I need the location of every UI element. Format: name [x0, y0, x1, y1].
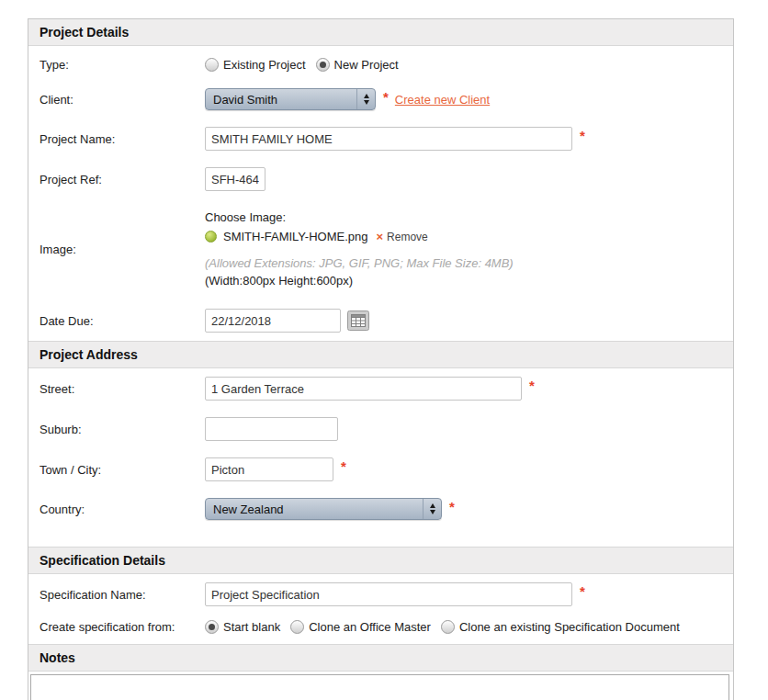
section-title: Notes [40, 650, 75, 665]
client-label: Client: [40, 93, 205, 107]
required-asterisk: * [383, 88, 389, 104]
radio-icon [290, 620, 304, 634]
remove-label: Remove [387, 231, 428, 243]
radio-selected-icon [316, 58, 330, 72]
section-title: Project Details [40, 25, 129, 40]
row-town-city: Town / City: * [28, 449, 733, 490]
project-ref-input[interactable] [205, 167, 265, 191]
create-new-client-link[interactable]: Create new Client [395, 93, 490, 107]
client-select[interactable]: David Smith [205, 88, 376, 110]
row-create-specification-from: Create specification from: Start blank C… [28, 615, 733, 644]
project-ref-label: Project Ref: [40, 173, 205, 186]
arrow-down-icon [364, 100, 369, 105]
radio-clone-office-master[interactable]: Clone an Office Master [290, 620, 431, 634]
create-from-radio-group: Start blank Clone an Office Master Clone… [205, 620, 680, 634]
section-header-specification-details: Specification Details [28, 547, 733, 574]
section-header-project-details: Project Details [28, 19, 733, 46]
radio-selected-icon [205, 620, 219, 634]
radio-start-blank[interactable]: Start blank [205, 620, 280, 634]
town-city-label: Town / City: [40, 463, 205, 477]
required-asterisk: * [449, 498, 455, 514]
arrow-down-icon [430, 510, 435, 514]
section-title: Project Address [40, 347, 138, 362]
country-select-value: New Zealand [213, 502, 417, 516]
date-due-input[interactable] [205, 309, 341, 333]
arrow-up-icon [430, 503, 435, 508]
row-project-ref: Project Ref: [28, 159, 733, 199]
suburb-label: Suburb: [40, 423, 205, 436]
row-type: Type: Existing Project New Project [28, 46, 733, 80]
radio-clone-existing-spec[interactable]: Clone an existing Specification Document [441, 620, 680, 634]
specification-name-input[interactable] [205, 582, 572, 606]
file-status-icon [205, 231, 217, 243]
create-specification-from-label: Create specification from: [40, 620, 205, 634]
country-select[interactable]: New Zealand [205, 498, 442, 520]
allowed-extensions-note: (Allowed Extensions: JPG, GIF, PNG; Max … [205, 256, 514, 270]
choose-image-label[interactable]: Choose Image: [205, 210, 514, 224]
row-date-due: Date Due: [28, 300, 733, 341]
section-title: Specification Details [40, 553, 165, 568]
row-client: Client: David Smith * Create new Client [28, 80, 733, 119]
radio-new-project[interactable]: New Project [316, 58, 399, 72]
row-country: Country: New Zealand * [28, 490, 733, 528]
radio-label: Start blank [223, 620, 280, 634]
suburb-input[interactable] [205, 417, 338, 441]
section-gap [28, 528, 733, 547]
radio-existing-project[interactable]: Existing Project [205, 58, 306, 72]
radio-icon [441, 620, 455, 634]
row-street: Street: * [28, 368, 733, 409]
calendar-icon [347, 310, 369, 331]
row-project-name: Project Name: * [28, 119, 733, 159]
project-name-input[interactable] [205, 127, 572, 151]
select-arrows-icon [423, 499, 441, 519]
required-asterisk: * [580, 582, 585, 598]
country-label: Country: [40, 502, 205, 516]
remove-x-icon: × [376, 231, 383, 243]
new-project-form: Project Details Type: Existing Project N… [28, 18, 734, 700]
image-dimensions-note: (Width:800px Height:600px) [205, 274, 514, 288]
image-filename: SMITH-FAMILY-HOME.png [223, 230, 367, 243]
required-asterisk: * [341, 457, 346, 473]
row-specification-name: Specification Name: * [28, 574, 733, 615]
type-label: Type: [40, 58, 205, 72]
radio-label: Clone an Office Master [309, 620, 431, 634]
radio-label: New Project [334, 58, 399, 72]
town-city-input[interactable] [205, 457, 333, 481]
required-asterisk: * [580, 127, 585, 142]
specification-name-label: Specification Name: [40, 588, 205, 602]
section-header-notes: Notes [28, 644, 733, 672]
select-arrows-icon [356, 89, 375, 109]
street-label: Street: [40, 382, 205, 396]
uploaded-file-row: SMITH-FAMILY-HOME.png × Remove [205, 230, 514, 243]
image-upload-block: Choose Image: SMITH-FAMILY-HOME.png × Re… [205, 210, 514, 288]
calendar-button[interactable] [347, 310, 369, 331]
client-select-value: David Smith [213, 93, 351, 107]
type-radio-group: Existing Project New Project [205, 58, 409, 72]
required-asterisk: * [529, 377, 535, 392]
row-image: Image: Choose Image: SMITH-FAMILY-HOME.p… [28, 199, 733, 300]
remove-image-button[interactable]: × Remove [376, 231, 427, 243]
radio-icon [205, 58, 219, 72]
street-input[interactable] [205, 377, 522, 401]
notes-textarea[interactable] [30, 674, 729, 700]
radio-label: Existing Project [223, 58, 306, 72]
row-suburb: Suburb: [28, 409, 733, 449]
radio-label: Clone an existing Specification Document [459, 620, 680, 634]
section-header-project-address: Project Address [28, 341, 733, 368]
project-name-label: Project Name: [40, 132, 205, 146]
date-due-label: Date Due: [40, 314, 205, 328]
arrow-up-icon [364, 94, 369, 98]
image-label: Image: [40, 243, 205, 256]
